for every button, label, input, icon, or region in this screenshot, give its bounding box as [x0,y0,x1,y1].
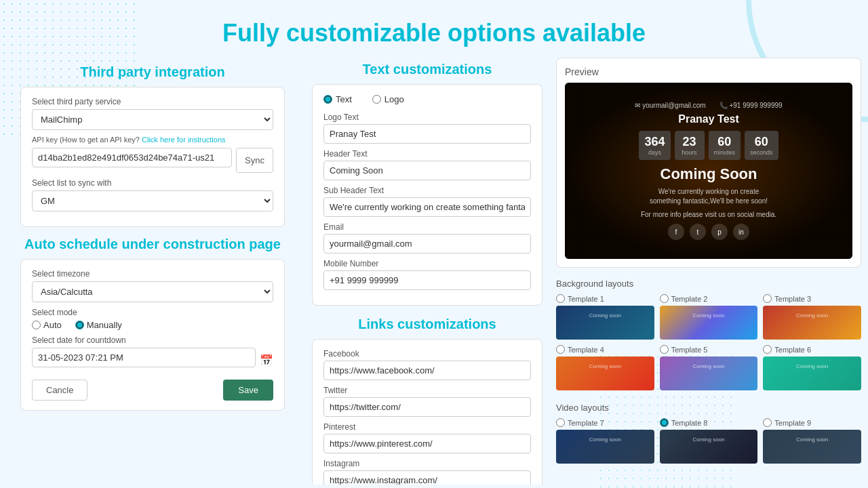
preview-desc: We're currently working on create someth… [572,187,846,206]
template-5-thumb[interactable]: Coming soon [660,357,758,390]
header-text-field: Header Text [323,149,531,180]
mobile-label: Mobile Number [323,259,531,268]
template-9-radio[interactable] [763,418,772,427]
template-8-thumb[interactable]: Coming soon [660,430,758,464]
left-panel: Third party integration Select third par… [0,58,305,488]
text-radio-label[interactable]: Text [323,94,352,104]
logo-radio-label[interactable]: Logo [372,94,404,104]
template-5-radio[interactable] [660,345,669,354]
days-label: days [644,149,665,156]
facebook-field: Facebook [323,349,531,380]
logo-text-field: Logo Text [323,113,531,144]
template-item-7: Template 7 Coming soon [556,418,654,464]
logo-radio[interactable] [372,95,381,104]
template-3-label: Template 3 [774,295,811,303]
template-8-radio-row: Template 8 [660,418,758,427]
page-title: Fully customizable options available [0,0,868,54]
api-row: Sync [32,148,273,173]
save-button[interactable]: Save [223,380,273,401]
template-5-label: Template 5 [671,346,708,354]
email-input[interactable] [323,234,531,253]
template-3-radio[interactable] [763,294,772,303]
right-panel: Preview ✉ yourmail@gmail.com 📞 +91 9999 … [549,58,868,485]
api-instructions-link[interactable]: Click here for instructions [142,136,226,144]
third-party-title: Third party integration [20,64,285,80]
auto-schedule-title: Auto schedule under construction page [20,237,285,252]
social-icons: f t p in [572,224,846,240]
template-7-label: Template 7 [568,419,604,427]
template-2-radio[interactable] [660,294,669,303]
auto-mode-label[interactable]: Auto [32,320,62,330]
background-layouts-section: Background layouts Template 1 Coming soo… [556,279,861,399]
timezone-label: Select timezone [32,269,273,279]
template-item-4: Template 4 Coming soon [556,345,654,390]
template-3-thumb[interactable]: Coming soon [763,306,861,340]
template-9-radio-row: Template 9 [763,418,861,427]
twitter-input[interactable] [323,397,531,417]
template-4-radio-row: Template 4 [556,345,654,354]
minutes-box: 60 minutes [709,131,741,160]
auto-schedule-card: Select timezone Asia/Calcutta Select mod… [20,259,285,411]
links-cust-card: Facebook Twitter Pinterest Instagram [312,339,542,485]
pinterest-field: Pinterest [323,422,531,453]
social-text: For more info please visit us on social … [572,210,846,220]
template-6-radio-row: Template 6 [763,345,861,354]
text-cust-title: Text customizations [312,62,542,77]
template-1-radio[interactable] [556,294,565,303]
coming-soon-text: Coming Soon [572,165,846,183]
instagram-input[interactable] [323,470,531,485]
template-item-2: Template 2 Coming soon [660,294,758,340]
template-6-thumb[interactable]: Coming soon [763,357,861,390]
service-select[interactable]: MailChimp Constant Contact GetResponse [32,109,273,130]
preview-container: Preview ✉ yourmail@gmail.com 📞 +91 9999 … [556,58,861,268]
pinterest-label: Pinterest [323,422,531,432]
list-label: Select list to sync with [32,178,273,188]
sub-header-label: Sub Header Text [323,186,531,195]
preview-image: ✉ yourmail@gmail.com 📞 +91 9999 999999 P… [565,83,852,259]
template-8-radio[interactable] [660,418,669,427]
instagram-icon: in [733,224,749,240]
mobile-input[interactable] [323,270,531,290]
timezone-select[interactable]: Asia/Calcutta [32,281,273,302]
date-input[interactable] [32,348,256,367]
template-1-thumb[interactable]: Coming soon [556,306,654,340]
twitter-label: Twitter [323,386,531,395]
minutes-num: 60 [714,135,736,149]
api-key-input[interactable] [32,148,232,167]
pinterest-icon: p [711,224,728,240]
pinterest-input[interactable] [323,434,531,453]
template-2-thumb[interactable]: Coming soon [660,306,758,340]
template-item-6: Template 6 Coming soon [763,345,861,390]
seconds-label: seconds [750,149,773,156]
days-num: 364 [644,135,665,149]
template-7-radio[interactable] [556,418,565,427]
template-4-thumb[interactable]: Coming soon [556,357,654,390]
manually-mode-label[interactable]: Manually [75,320,122,330]
facebook-icon: f [668,224,684,240]
cancel-button[interactable]: Cancle [32,380,87,401]
mode-radio-group: Auto Manually [32,320,273,330]
text-radio[interactable] [323,95,332,104]
background-layouts-title: Background layouts [556,279,861,289]
template-7-thumb[interactable]: Coming soon [556,430,654,464]
template-9-thumb[interactable]: Coming soon [763,430,861,464]
preview-phone-icon: 📞 +91 9999 999999 [719,102,783,109]
template-4-radio[interactable] [556,345,565,354]
template-item-1: Template 1 Coming soon [556,294,654,340]
manually-radio[interactable] [75,321,84,329]
template-8-label: Template 8 [671,419,708,427]
preview-label: Preview [565,66,852,77]
logo-text-input[interactable] [323,124,531,144]
list-select[interactable]: GM [32,190,273,211]
minutes-label: minutes [714,149,736,156]
sync-button[interactable]: Sync [236,148,273,173]
template-item-3: Template 3 Coming soon [763,294,861,340]
facebook-input[interactable] [323,361,531,380]
header-text-input[interactable] [323,161,531,180]
auto-radio[interactable] [32,321,41,329]
template-6-radio[interactable] [763,345,772,354]
mobile-field: Mobile Number [323,259,531,290]
sub-header-input[interactable] [323,197,531,217]
days-box: 364 days [639,131,670,160]
hours-num: 23 [680,135,699,149]
